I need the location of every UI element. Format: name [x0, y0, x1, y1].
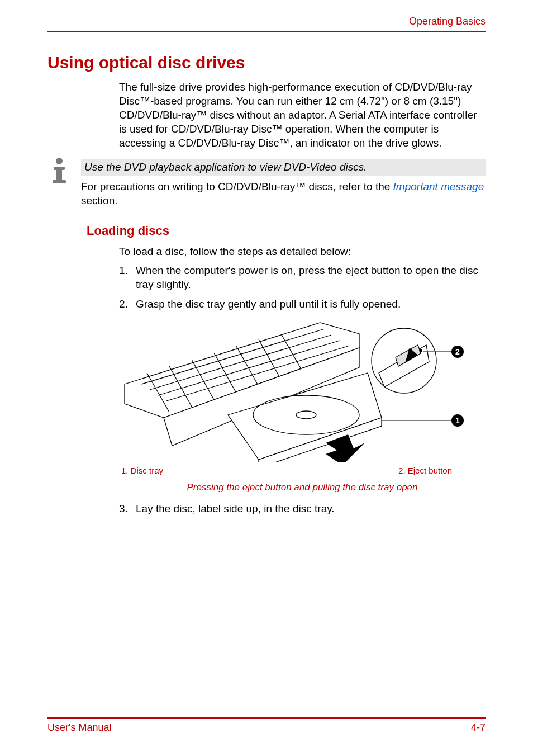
list-item: 3. Lay the disc, label side up, in the d… — [119, 502, 486, 516]
figure-callout-legend: 1. Disc tray 2. Eject button — [119, 466, 486, 475]
svg-point-26 — [420, 349, 422, 352]
step-number: 2. — [119, 297, 136, 311]
header-chapter-title: Operating Basics — [47, 16, 486, 31]
step-number: 1. — [119, 264, 136, 291]
step-text: Lay the disc, label side up, in the disc… — [136, 502, 486, 516]
footer-page-number: 4-7 — [471, 722, 486, 734]
note-followup-post: section. — [81, 195, 117, 206]
important-message-link[interactable]: Important message — [393, 181, 484, 192]
footer-rule — [47, 717, 486, 719]
note-highlight-text: Use the DVD playback application to view… — [81, 159, 486, 176]
disc-tray-illustration: 1 2 — [119, 317, 465, 462]
svg-point-0 — [56, 158, 63, 164]
subsection-intro: To load a disc, follow the steps as deta… — [119, 245, 486, 259]
subsection-title: Loading discs — [87, 224, 486, 238]
svg-rect-2 — [56, 167, 62, 181]
section-title: Using optical disc drives — [47, 53, 486, 72]
footer-doc-title: User's Manual — [47, 722, 111, 734]
step-number: 3. — [119, 502, 136, 516]
list-item: 1. When the computer's power is on, pres… — [119, 264, 486, 291]
info-icon — [47, 157, 81, 188]
svg-rect-3 — [53, 180, 66, 183]
page-footer: User's Manual 4-7 — [47, 717, 486, 734]
step-text: When the computer's power is on, press t… — [136, 264, 486, 291]
figure-caption: Pressing the eject button and pulling th… — [119, 482, 486, 493]
step-list: 1. When the computer's power is on, pres… — [119, 264, 486, 311]
note-followup-pre: For precautions on writing to CD/DVD/Blu… — [81, 181, 393, 192]
figure-container: 1 2 1. Disc tray 2. Eject button Pressin… — [119, 317, 486, 493]
header-rule — [47, 31, 486, 32]
callout-label-2: 2. Eject button — [398, 466, 452, 475]
callout-badge-1: 1 — [455, 416, 460, 425]
callout-label-1: 1. Disc tray — [121, 466, 163, 475]
note-block: Use the DVD playback application to view… — [47, 159, 486, 207]
step-list-continued: 3. Lay the disc, label side up, in the d… — [119, 502, 486, 516]
list-item: 2. Grasp the disc tray gently and pull u… — [119, 297, 486, 311]
step-text: Grasp the disc tray gently and pull unti… — [136, 297, 486, 311]
note-followup-text: For precautions on writing to CD/DVD/Blu… — [81, 180, 486, 207]
section-intro-paragraph: The full-size drive provides high-perfor… — [119, 80, 486, 150]
callout-badge-2: 2 — [455, 347, 460, 356]
